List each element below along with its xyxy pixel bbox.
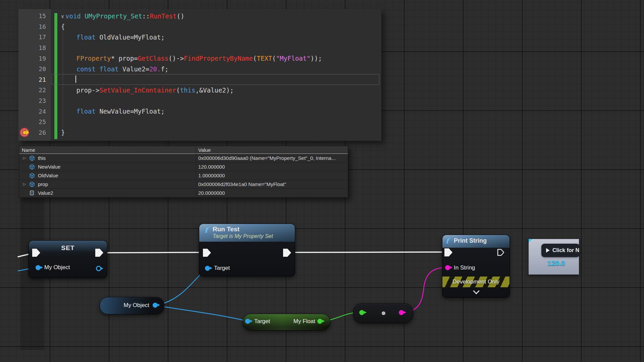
- bubble-corner-icon: [529, 239, 532, 243]
- object-cube-icon: [29, 181, 35, 189]
- code-line-21[interactable]: 21: [18, 74, 381, 85]
- run-test-title: Run Test: [213, 226, 239, 233]
- debug-value-bubble[interactable]: Click for N 120.0: [529, 239, 579, 275]
- line-number: 24: [18, 108, 46, 115]
- watch-value: 1.00000000: [198, 173, 225, 178]
- watch-value: 20.0000000: [198, 190, 225, 196]
- watch-row-OldValue[interactable]: OldValue1.00000000: [19, 171, 348, 180]
- code-line-15[interactable]: 15∨void UMyProperty_Set::RunTest(): [18, 11, 381, 21]
- code-line-16[interactable]: 16{: [18, 21, 381, 32]
- print-string-node[interactable]: f Print String In String Development Onl…: [442, 235, 510, 298]
- execution-pointer-icon[interactable]: [20, 128, 29, 137]
- watch-row-this[interactable]: ▷this0x000006d30d90aaa0 (Name="MyPropert…: [19, 154, 348, 163]
- watch-row-NewValue[interactable]: NewValue120.000000: [19, 163, 348, 171]
- text-caret: [75, 75, 76, 83]
- line-number: 23: [18, 97, 46, 104]
- code-text: prop->SetValue_InContainer(this,&Value2)…: [61, 86, 234, 94]
- code-line-18[interactable]: 18: [18, 43, 381, 53]
- my-object-getter-node[interactable]: My Object: [100, 297, 164, 314]
- code-line-24[interactable]: 24 float NewValue=MyFloat;: [18, 106, 381, 117]
- code-line-20[interactable]: 20 const float Value2=20.f;: [18, 64, 381, 74]
- line-number: 16: [18, 23, 46, 30]
- line-number: 20: [18, 65, 46, 72]
- value-struct-icon: [29, 190, 35, 197]
- code-line-23[interactable]: 23: [18, 96, 381, 106]
- watch-row-prop[interactable]: ▷prop0x000006d2f034e1a0 Name="MyFloat": [19, 180, 348, 189]
- string-input-pin[interactable]: [445, 265, 450, 270]
- set-input-label: My Object: [44, 264, 70, 271]
- my-object-label: My Object: [123, 302, 149, 309]
- exec-wire-set-to-runtest[interactable]: [104, 252, 203, 253]
- watch-name: prop: [38, 181, 48, 187]
- debug-value: 120.0: [547, 259, 565, 267]
- watch-window[interactable]: Name Value ▷this0x000006d30d90aaa0 (Name…: [19, 146, 348, 198]
- watch-name: this: [38, 155, 46, 161]
- object-cube-icon: [29, 173, 35, 180]
- line-number: 19: [18, 55, 46, 62]
- print-string-title: Print String: [454, 237, 487, 244]
- string-output-pin[interactable]: [399, 310, 404, 315]
- watch-column-value: Value: [198, 147, 211, 153]
- development-only-banner: Development Only: [442, 277, 509, 287]
- code-line-26[interactable]: 26}: [18, 127, 381, 138]
- object-output-pin[interactable]: [153, 303, 158, 308]
- code-line-19[interactable]: 19 FProperty* prop=GetClass()->FindPrope…: [18, 53, 381, 64]
- function-icon: f: [446, 237, 449, 245]
- object-cube-icon: [29, 164, 35, 171]
- my-float-label: My Float: [293, 318, 315, 325]
- target-label: Target: [254, 318, 270, 325]
- float-to-string-conversion-node[interactable]: [353, 303, 413, 323]
- fold-chevron-icon[interactable]: ∨: [61, 13, 64, 19]
- expander-icon[interactable]: ▷: [23, 156, 26, 160]
- line-number: 17: [18, 34, 46, 41]
- code-text: const float Value2=20.f;: [61, 65, 168, 73]
- watch-value: 120.000000: [198, 164, 225, 170]
- code-line-25[interactable]: 25: [18, 117, 381, 127]
- watch-name: OldValue: [38, 173, 58, 178]
- blueprint-graph-canvas[interactable]: SET My Object f Run Test Target is My Pr…: [0, 0, 644, 362]
- watch-column-name: Name: [22, 147, 35, 153]
- set-node[interactable]: SET My Object: [29, 240, 107, 278]
- line-number: 15: [18, 12, 46, 19]
- float-input-pin[interactable]: [359, 310, 364, 315]
- float-output-pin[interactable]: [317, 319, 322, 324]
- line-number: 25: [18, 118, 46, 125]
- code-text: float NewValue=MyFloat;: [61, 108, 165, 115]
- run-test-input-label: Target: [214, 265, 230, 272]
- exec-out-pin[interactable]: [283, 249, 291, 257]
- target-input-pin[interactable]: [205, 266, 210, 271]
- watch-name: Value2: [38, 190, 53, 196]
- play-icon: [546, 248, 550, 253]
- code-text: }: [61, 129, 65, 136]
- line-number: 21: [18, 76, 46, 83]
- watch-row-Value2[interactable]: Value220.0000000: [19, 189, 348, 197]
- my-float-getter-node[interactable]: Target My Float: [243, 314, 330, 330]
- code-editor-panel[interactable]: 15∨void UMyProperty_Set::RunTest()16{17 …: [18, 9, 381, 141]
- code-line-17[interactable]: 17 float OldValue=MyFloat;: [18, 32, 381, 43]
- development-only-label: Development Only: [452, 279, 499, 285]
- watch-value: 0x000006d2f034e1a0 Name="MyFloat": [198, 181, 286, 187]
- run-test-node[interactable]: f Run Test Target is My Property Set Tar…: [199, 224, 295, 277]
- object-wire-getter-to-target[interactable]: [157, 306, 246, 321]
- line-number: 18: [18, 44, 46, 51]
- code-text: FProperty* prop=GetClass()->FindProperty…: [61, 55, 322, 62]
- object-input-pin[interactable]: [36, 265, 41, 270]
- object-wire-getter-to-runtest[interactable]: [157, 269, 205, 305]
- exec-in-pin[interactable]: [203, 249, 211, 257]
- function-icon: f: [205, 226, 208, 234]
- chevron-down-icon[interactable]: [473, 288, 480, 294]
- watch-header-row[interactable]: Name Value: [19, 146, 348, 154]
- watch-name: NewValue: [38, 164, 60, 170]
- code-line-22[interactable]: 22 prop->SetValue_InContainer(this,&Valu…: [18, 85, 381, 96]
- print-string-input-label: In String: [454, 264, 475, 271]
- collapsed-node-dot-icon: [382, 311, 385, 315]
- exec-in-pin[interactable]: [444, 248, 452, 256]
- target-input-pin[interactable]: [245, 319, 250, 324]
- expander-icon[interactable]: ▷: [23, 182, 26, 186]
- code-text: {: [61, 23, 65, 30]
- click-for-more-button[interactable]: Click for N: [541, 244, 580, 257]
- exec-wire-runtest-to-printstring[interactable]: [290, 252, 443, 252]
- exec-out-pin[interactable]: [497, 248, 505, 256]
- line-number: 22: [18, 86, 46, 94]
- object-output-pin[interactable]: [96, 266, 101, 271]
